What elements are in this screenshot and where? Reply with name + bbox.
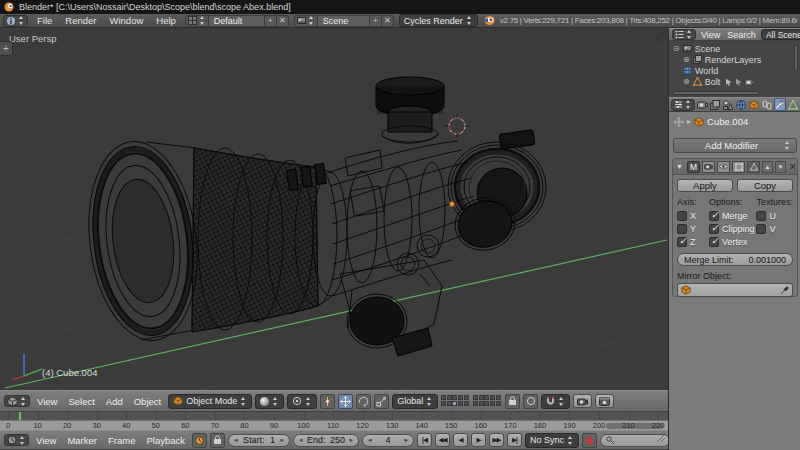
outliner-item-world[interactable]: World (683, 65, 718, 76)
collapse-icon[interactable]: ⊖ (673, 44, 680, 54)
layer-cell[interactable] (479, 401, 484, 406)
checkbox-axis-y[interactable]: Y (677, 223, 709, 234)
tab-render[interactable] (696, 98, 708, 111)
checkbox-vertex[interactable]: Vertex (709, 236, 757, 247)
mode-dropdown[interactable]: Object Mode (168, 394, 252, 409)
checkbox-clipping[interactable]: Clipping (709, 223, 757, 234)
outliner-display-filter-dropdown[interactable]: All Scenes (761, 29, 800, 40)
layer-cell[interactable] (479, 395, 484, 400)
toolbar-expand-tab[interactable]: + (0, 41, 13, 56)
screen-layout-browse-button[interactable] (185, 15, 209, 27)
apply-button[interactable]: Apply (677, 179, 733, 192)
play-button[interactable]: ▶ (471, 433, 486, 447)
eyedropper-icon[interactable] (780, 286, 789, 295)
mirror-object-field[interactable] (677, 283, 793, 297)
move-modifier-up-button[interactable]: ▲ (762, 161, 773, 173)
scene-browse-button[interactable] (294, 15, 318, 27)
auto-keyframe-record-button[interactable] (582, 433, 597, 448)
add-scene-button[interactable]: + (370, 15, 382, 27)
modifier-cage-toggle[interactable] (747, 161, 760, 173)
corner-resize-grip[interactable] (656, 433, 666, 443)
add-modifier-dropdown[interactable]: Add Modifier (673, 138, 797, 153)
delete-scene-button[interactable]: ✕ (382, 15, 394, 27)
tab-world[interactable] (735, 98, 747, 111)
end-frame-field[interactable]: ◂ End: 250 ▸ (293, 434, 359, 447)
outliner-horizontal-scrollbar[interactable] (673, 91, 759, 95)
checkbox-texture-v[interactable]: V (756, 223, 793, 234)
add-screen-layout-button[interactable]: + (265, 15, 277, 27)
decrement-arrow-icon[interactable]: ◂ (299, 436, 303, 444)
timeline-track-area[interactable] (0, 412, 668, 420)
tab-object[interactable] (748, 98, 760, 111)
menu-window[interactable]: Window (105, 15, 147, 26)
menu-help[interactable]: Help (152, 15, 180, 26)
copy-button[interactable]: Copy (737, 179, 793, 192)
delete-modifier-button[interactable]: ✕ (789, 162, 797, 172)
outliner-item-renderlayers[interactable]: ⊕ RenderLayers (683, 54, 761, 65)
checkbox-axis-z[interactable]: Z (677, 236, 709, 247)
layer-cell[interactable] (458, 401, 463, 406)
delete-screen-layout-button[interactable]: ✕ (277, 15, 289, 27)
outliner-menu-view[interactable]: View (699, 30, 722, 40)
viewport-menu-add[interactable]: Add (102, 396, 127, 407)
editor-type-properties-button[interactable] (671, 99, 695, 111)
layer-cell[interactable] (452, 401, 457, 406)
jump-to-start-button[interactable]: |◀ (417, 433, 432, 447)
outliner-menu-search[interactable]: Search (725, 30, 758, 40)
viewport-menu-view[interactable]: View (33, 396, 61, 407)
layer-cell[interactable] (458, 395, 463, 400)
layer-cell[interactable] (490, 401, 495, 406)
manipulator-toggle-button[interactable] (320, 394, 335, 409)
modifier-editmode-toggle[interactable] (732, 161, 745, 173)
decrement-arrow-icon[interactable]: ◂ (234, 436, 238, 444)
tab-constraints[interactable] (761, 98, 773, 111)
modifier-viewport-toggle[interactable] (717, 161, 730, 173)
outliner-vertical-scrollbar[interactable] (794, 45, 798, 71)
next-keyframe-button[interactable]: ▶▶ (489, 433, 504, 447)
move-modifier-down-button[interactable]: ▼ (775, 161, 786, 173)
layer-cell[interactable] (484, 401, 489, 406)
tab-object-data[interactable] (787, 98, 799, 111)
timeline-ruler[interactable]: 0102030405060708090100110120130140150160… (0, 420, 668, 430)
menu-render[interactable]: Render (61, 15, 100, 26)
layer-cell[interactable] (464, 401, 469, 406)
jump-to-end-button[interactable]: ▶| (507, 433, 522, 447)
editor-type-info-button[interactable] (3, 15, 28, 27)
tab-render-layers[interactable] (709, 98, 721, 111)
increment-arrow-icon[interactable]: ▸ (349, 436, 353, 444)
tab-modifiers[interactable] (774, 98, 786, 111)
layer-cell[interactable] (452, 395, 457, 400)
layer-cell[interactable] (464, 395, 469, 400)
editor-type-3dview-button[interactable] (4, 395, 30, 407)
expand-triangle-icon[interactable]: ▼ (676, 163, 683, 170)
opengl-render-still-button[interactable] (573, 394, 592, 408)
expand-icon[interactable]: ⊕ (683, 55, 690, 65)
increment-arrow-icon[interactable]: ▸ (280, 436, 284, 444)
opengl-render-anim-button[interactable] (595, 394, 614, 408)
viewport-3d[interactable]: User Persp (4) Cube.004 + (0, 28, 668, 390)
outliner-item-scene[interactable]: ⊖ Scene (673, 43, 720, 54)
layer-cell[interactable] (496, 401, 501, 406)
layer-cell[interactable] (496, 395, 501, 400)
modifier-render-toggle[interactable] (702, 161, 715, 173)
scene-name[interactable]: Scene (318, 15, 370, 27)
layer-cell[interactable] (441, 401, 446, 406)
timeline-menu-frame[interactable]: Frame (104, 435, 139, 446)
editor-type-timeline-button[interactable] (4, 434, 29, 446)
selectable-arrow-icon[interactable] (725, 78, 733, 86)
pin-arrows-icon[interactable] (674, 117, 684, 127)
layer-cell[interactable] (490, 395, 495, 400)
viewport-shading-dropdown[interactable] (255, 394, 284, 409)
proportional-edit-button[interactable] (523, 394, 538, 409)
scope-wireframe-model[interactable] (78, 77, 546, 356)
layer-cell[interactable] (473, 401, 478, 406)
editor-type-outliner-button[interactable] (672, 29, 696, 40)
pivot-point-dropdown[interactable] (287, 394, 317, 409)
sync-mode-dropdown[interactable]: No Sync (525, 433, 579, 448)
current-frame-indicator[interactable] (19, 412, 21, 420)
layer-cell[interactable] (447, 395, 452, 400)
start-frame-field[interactable]: ◂ Start: 1 ▸ (228, 434, 290, 447)
decrement-arrow-icon[interactable]: ◂ (368, 436, 372, 444)
layer-cell[interactable] (484, 395, 489, 400)
checkbox-merge[interactable]: Merge (709, 210, 757, 221)
